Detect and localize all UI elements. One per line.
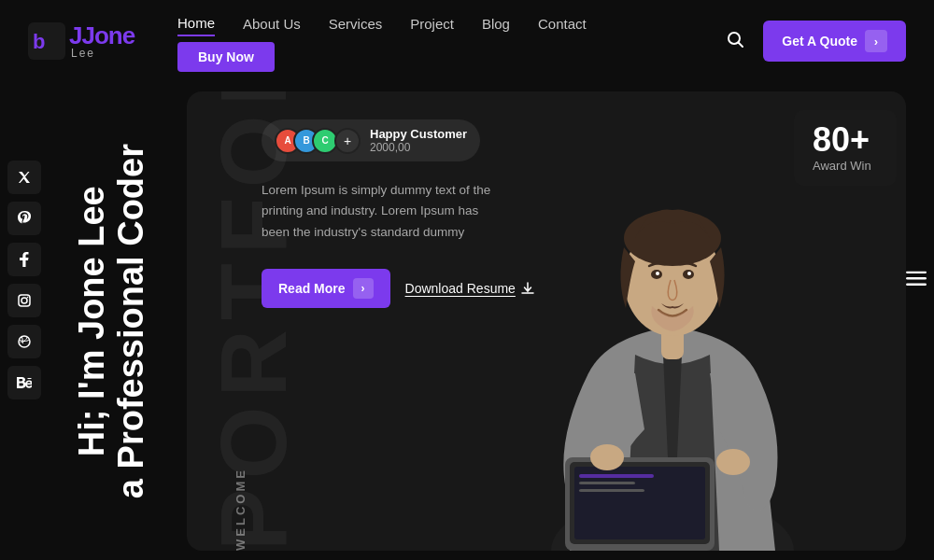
search-button[interactable] [726, 30, 744, 53]
svg-rect-20 [579, 482, 635, 484]
nav-home[interactable]: Home [177, 11, 215, 36]
svg-point-22 [590, 444, 624, 470]
hero-buttons: Read More › Download Resume [262, 269, 542, 308]
dribbble-icon [18, 335, 31, 348]
nav-blog[interactable]: Blog [482, 12, 510, 35]
svg-point-6 [27, 297, 29, 299]
hero-card: PORTFOLIO WELCOME A B C + Happy Customer… [187, 91, 906, 551]
social-pinterest[interactable] [7, 202, 41, 235]
logo: b JJone Lee [28, 22, 140, 60]
logo-sub: Lee [71, 48, 134, 59]
instagram-icon [18, 294, 31, 307]
svg-text:b: b [33, 30, 45, 53]
svg-point-23 [716, 449, 750, 475]
person-svg [514, 93, 831, 551]
navbar: b JJone Lee Home About Us Services Proje… [0, 0, 934, 82]
svg-rect-4 [19, 295, 30, 306]
social-dribbble[interactable] [7, 325, 41, 358]
nav-project[interactable]: Project [410, 12, 454, 35]
hamburger-icon [906, 272, 927, 287]
nav-contact[interactable]: Contact [538, 12, 587, 35]
nav-top: Home About Us Services Project Blog Cont… [177, 11, 587, 36]
person-image [514, 93, 831, 551]
social-sidebar [0, 151, 41, 409]
hero-left-text: Hi; I'm Jone Leea Professional Coder [47, 82, 177, 560]
social-facebook[interactable] [7, 243, 41, 276]
right-menu-button[interactable] [899, 260, 934, 301]
social-twitter[interactable] [7, 161, 41, 194]
award-label: Award Win [813, 159, 878, 173]
svg-rect-26 [906, 284, 927, 287]
social-instagram[interactable] [7, 284, 41, 317]
svg-rect-24 [906, 272, 927, 274]
twitter-icon [18, 171, 31, 184]
read-more-button[interactable]: Read More › [262, 269, 390, 308]
main-area: Hi; I'm Jone Leea Professional Coder POR… [0, 82, 934, 560]
svg-point-5 [21, 298, 27, 303]
hero-description: Lorem Ipsum is simply dummy text of the … [262, 180, 495, 243]
arrow-icon: › [865, 30, 887, 52]
social-behance[interactable] [7, 366, 41, 399]
nav-links: Home About Us Services Project Blog Cont… [177, 11, 587, 72]
read-more-arrow-icon: › [353, 278, 374, 299]
svg-rect-21 [579, 489, 644, 492]
hero-title: Hi; I'm Jone Leea Professional Coder [73, 144, 151, 498]
logo-name: JJone [69, 23, 134, 48]
happy-customer-badge: A B C + Happy Customer 2000,00 [262, 119, 480, 161]
award-number: 80+ [813, 123, 878, 157]
happy-customer-label: Happy Customer [370, 127, 467, 141]
avatar-group: A B C + [275, 128, 361, 154]
nav-about[interactable]: About Us [243, 12, 301, 35]
welcome-text: WELCOME [234, 91, 248, 551]
facebook-icon [20, 252, 29, 267]
search-icon [726, 30, 744, 49]
behance-icon [17, 377, 32, 388]
award-badge: 80+ Award Win [794, 110, 897, 186]
pinterest-icon [18, 211, 31, 226]
logo-icon: b [28, 22, 65, 60]
happy-customer-count: 2000,00 [370, 141, 467, 154]
svg-rect-25 [906, 277, 927, 280]
svg-rect-19 [579, 474, 654, 478]
svg-point-14 [656, 272, 659, 275]
get-quote-button[interactable]: Get A Quote › [763, 21, 906, 62]
svg-line-3 [739, 42, 743, 47]
svg-point-15 [687, 272, 691, 275]
card-content: A B C + Happy Customer 2000,00 Lorem Ips… [262, 119, 542, 308]
nav-right: Get A Quote › [726, 21, 906, 62]
nav-services[interactable]: Services [329, 12, 383, 35]
buy-now-button[interactable]: Buy Now [177, 42, 275, 72]
avatar-plus: + [334, 128, 361, 154]
